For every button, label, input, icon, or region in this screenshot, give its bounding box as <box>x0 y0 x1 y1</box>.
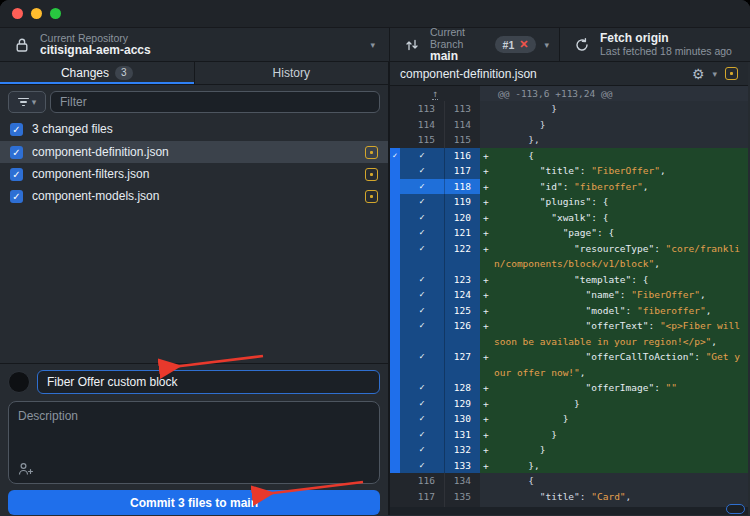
hunk-select-strip[interactable] <box>390 303 400 319</box>
hunk-select-strip[interactable] <box>390 458 400 474</box>
tab-changes[interactable]: Changes 3 <box>0 62 194 84</box>
hunk-select-strip[interactable] <box>390 396 400 412</box>
line-select-checkbox[interactable]: ✓ <box>400 241 444 272</box>
line-select-checkbox[interactable]: ✓ <box>400 287 444 303</box>
file-row[interactable]: ✓component-filters.json <box>0 163 388 185</box>
line-select-checkbox[interactable]: ✓ <box>400 318 444 349</box>
hunk-select-strip[interactable] <box>390 272 400 288</box>
file-checkbox[interactable]: ✓ <box>10 146 23 159</box>
diff-added-line[interactable]: ✓118+ "id": "fiberoffer", <box>390 179 748 195</box>
line-select-checkbox[interactable]: ✓ <box>400 427 444 443</box>
close-window-button[interactable] <box>12 8 23 19</box>
code-text: "plugins": { <box>494 194 748 210</box>
scrollbar-thumb[interactable] <box>726 504 745 514</box>
line-select-checkbox[interactable]: ✓ <box>400 442 444 458</box>
line-select-checkbox[interactable]: ✓ <box>400 349 444 380</box>
line-select-checkbox[interactable]: ✓ <box>400 163 444 179</box>
diff-added-line[interactable]: ✓128+ "offerImage": "" <box>390 380 748 396</box>
hunk-select-strip[interactable] <box>390 473 400 489</box>
tab-history[interactable]: History <box>194 62 389 84</box>
diff-added-line[interactable]: ✓120+ "xwalk": { <box>390 210 748 226</box>
line-select-checkbox[interactable]: ✓ <box>400 411 444 427</box>
diff-added-line[interactable]: ✓133+ }, <box>390 458 748 474</box>
chevron-down-icon[interactable]: ▾ <box>712 69 717 79</box>
new-line-number: 134 <box>444 473 480 489</box>
hunk-select-strip[interactable] <box>390 210 400 226</box>
line-select-checkbox[interactable]: ✓ <box>400 194 444 210</box>
hunk-select-strip[interactable] <box>390 117 400 133</box>
line-select-checkbox[interactable]: ✓ <box>400 179 444 195</box>
line-select-checkbox[interactable]: ✓ <box>400 148 444 164</box>
diff-marker: + <box>480 241 494 272</box>
file-checkbox[interactable]: ✓ <box>10 168 23 181</box>
diff-added-line[interactable]: ✓127+ "offerCallToAction": "Get your off… <box>390 349 748 380</box>
hunk-select-strip[interactable] <box>390 101 400 117</box>
hunk-select-strip[interactable] <box>390 287 400 303</box>
line-select-checkbox[interactable]: ✓ <box>400 303 444 319</box>
file-list-empty-area <box>0 207 388 363</box>
hunk-select-strip[interactable] <box>390 427 400 443</box>
gear-icon[interactable]: ⚙ <box>692 67 705 81</box>
hunk-select-strip[interactable] <box>390 241 400 272</box>
expand-hunk-up-icon[interactable]: ↑ <box>432 88 438 100</box>
hunk-select-strip[interactable] <box>390 132 400 148</box>
hunk-select-strip[interactable] <box>390 489 400 505</box>
zoom-window-button[interactable] <box>50 8 61 19</box>
file-checkbox[interactable]: ✓ <box>10 190 23 203</box>
diff-added-line[interactable]: ✓123+ "template": { <box>390 272 748 288</box>
diff-added-line[interactable]: ✓124+ "name": "FiberOffer", <box>390 287 748 303</box>
commit-area: Commit 3 files to main <box>0 363 388 515</box>
diff-added-line[interactable]: ✓117+ "title": "FiberOffer", <box>390 163 748 179</box>
diff-context-line: 115115 }, <box>390 132 748 148</box>
code-text: "resourceType": "core/franklin/component… <box>494 241 748 272</box>
line-select-checkbox[interactable]: ✓ <box>400 225 444 241</box>
hunk-select-strip[interactable] <box>390 380 400 396</box>
hunk-select-strip[interactable] <box>390 349 400 380</box>
diff-added-line[interactable]: ✓✓116+ { <box>390 148 748 164</box>
hunk-select-strip[interactable] <box>390 411 400 427</box>
pull-request-badge[interactable]: #1 ✕ <box>495 36 537 53</box>
diff-marker: + <box>480 210 494 226</box>
minimize-window-button[interactable] <box>31 8 42 19</box>
line-select-checkbox[interactable]: ✓ <box>400 396 444 412</box>
diff-added-line[interactable]: ✓130+ } <box>390 411 748 427</box>
filter-options-button[interactable]: ▾ <box>8 91 46 113</box>
hunk-select-strip[interactable] <box>390 179 400 195</box>
diff-added-line[interactable]: ✓122+ "resourceType": "core/franklin/com… <box>390 241 748 272</box>
diff-added-line[interactable]: ✓131+ } <box>390 427 748 443</box>
commit-description-input[interactable] <box>9 402 379 462</box>
line-select-checkbox[interactable]: ✓ <box>400 210 444 226</box>
fetch-origin-subtitle: Last fetched 18 minutes ago <box>600 45 732 57</box>
diff-added-line[interactable]: ✓121+ "page": { <box>390 225 748 241</box>
new-line-number: 132 <box>444 442 480 458</box>
file-row[interactable]: ✓component-definition.json <box>0 141 388 163</box>
commit-summary-input[interactable] <box>37 370 380 394</box>
old-line-number: 117 <box>400 489 444 505</box>
code-text: }, <box>494 458 748 474</box>
hunk-select-strip[interactable]: ✓ <box>390 148 400 164</box>
hunk-select-strip[interactable] <box>390 318 400 349</box>
diff-added-line[interactable]: ✓129+ } <box>390 396 748 412</box>
line-select-checkbox[interactable]: ✓ <box>400 380 444 396</box>
file-row[interactable]: ✓component-models.json <box>0 185 388 207</box>
diff-added-line[interactable]: ✓119+ "plugins": { <box>390 194 748 210</box>
code-text: } <box>494 442 748 458</box>
fetch-origin-button[interactable]: Fetch origin Last fetched 18 minutes ago <box>560 28 750 61</box>
line-select-checkbox[interactable]: ✓ <box>400 272 444 288</box>
current-repository-button[interactable]: Current Repository citisignal-aem-accs ▾ <box>0 28 390 61</box>
diff-lines: 113113 }114114 }115115 },✓✓116+ {✓117+ "… <box>390 101 748 515</box>
new-line-number: 130 <box>444 411 480 427</box>
hunk-select-strip[interactable] <box>390 163 400 179</box>
diff-added-line[interactable]: ✓126+ "offerText": "<p>Fiber will soon b… <box>390 318 748 349</box>
hunk-select-strip[interactable] <box>390 442 400 458</box>
current-branch-button[interactable]: Current Branch main #1 ✕ ▾ <box>390 28 560 61</box>
hunk-select-strip[interactable] <box>390 194 400 210</box>
diff-added-line[interactable]: ✓125+ "model": "fiberoffer", <box>390 303 748 319</box>
diff-added-line[interactable]: ✓132+ } <box>390 442 748 458</box>
add-coauthor-icon[interactable] <box>18 462 34 476</box>
filter-input[interactable] <box>50 91 380 113</box>
commit-button[interactable]: Commit 3 files to main <box>8 490 380 515</box>
hunk-select-strip[interactable] <box>390 225 400 241</box>
select-all-checkbox[interactable]: ✓ <box>10 123 23 136</box>
line-select-checkbox[interactable]: ✓ <box>400 458 444 474</box>
